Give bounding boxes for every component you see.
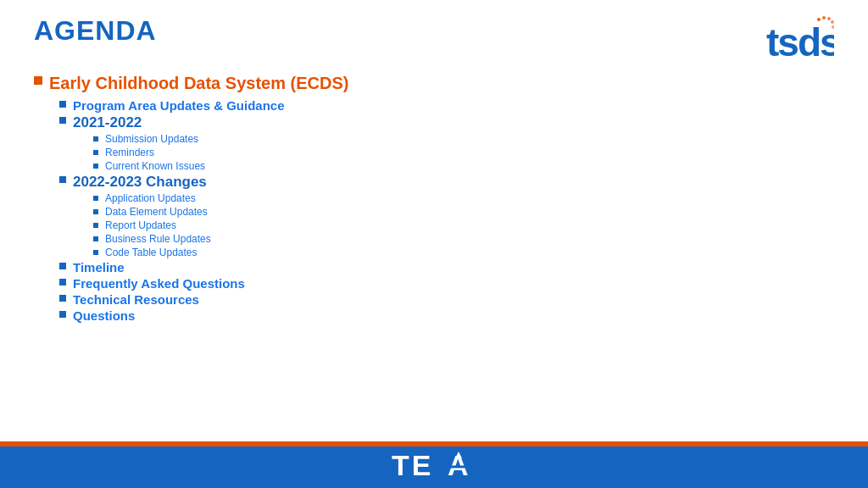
- item-label: Report Updates: [105, 219, 176, 231]
- blue-bullet: [59, 311, 66, 318]
- list-item-known-issues: Current Known Issues: [93, 160, 834, 172]
- item-label: Timeline: [73, 260, 125, 274]
- tsds-logo: tsds: [766, 15, 834, 65]
- list-item-submission-updates: Submission Updates: [93, 133, 834, 145]
- orange-bullet: [34, 76, 42, 85]
- small-blue-bullet: [93, 250, 98, 255]
- small-blue-bullet: [93, 164, 98, 169]
- svg-text:TE: TE: [392, 450, 433, 480]
- small-blue-bullet: [93, 196, 98, 201]
- main-agenda-item: Early Childhood Data System (ECDS): [34, 74, 834, 93]
- item-label: Code Table Updates: [105, 247, 198, 258]
- small-blue-bullet: [93, 223, 98, 228]
- item-label: Program Area Updates & Guidance: [73, 98, 285, 113]
- list-item-2022-2023: 2022-2023 Changes: [59, 174, 834, 191]
- list-item-code-table: Code Table Updates: [93, 247, 834, 258]
- small-blue-bullet: [93, 209, 98, 214]
- agenda-list: Early Childhood Data System (ECDS) Progr…: [34, 74, 834, 323]
- list-item-technical-resources: Technical Resources: [59, 292, 834, 307]
- item-label: Submission Updates: [105, 133, 198, 145]
- list-item-timeline: Timeline: [59, 260, 834, 274]
- blue-bullet: [59, 279, 66, 286]
- main-content: AGENDA tsds Early Childhood: [0, 0, 868, 441]
- blue-bullet: [59, 295, 66, 302]
- list-item-application-updates: Application Updates: [93, 192, 834, 204]
- blue-bullet: [59, 117, 66, 124]
- list-item-reminders: Reminders: [93, 147, 834, 158]
- footer-blue-bar: TE A: [0, 446, 868, 488]
- item-label: 2022-2023 Changes: [73, 174, 207, 191]
- item-label: Frequently Asked Questions: [73, 276, 245, 291]
- header-bar: AGENDA tsds: [34, 15, 834, 65]
- tea-logo-svg: TE A: [392, 450, 476, 480]
- list-item-report-updates: Report Updates: [93, 219, 834, 231]
- item-label: Questions: [73, 308, 135, 323]
- item-label: Reminders: [105, 147, 154, 158]
- small-blue-bullet: [93, 236, 98, 241]
- svg-text:tsds: tsds: [766, 20, 834, 62]
- list-item-questions: Questions: [59, 308, 834, 323]
- item-label: Current Known Issues: [105, 160, 205, 172]
- item-label: Technical Resources: [73, 292, 199, 307]
- item-label: Application Updates: [105, 192, 196, 204]
- blue-bullet: [59, 263, 66, 269]
- tsds-logo-svg: tsds: [766, 15, 834, 62]
- main-item-label: Early Childhood Data System (ECDS): [49, 74, 348, 93]
- list-item-program-updates: Program Area Updates & Guidance: [59, 98, 834, 113]
- list-item-faq: Frequently Asked Questions: [59, 276, 834, 291]
- tea-logo: TE A: [392, 450, 476, 485]
- blue-bullet: [59, 176, 66, 183]
- list-item-2021-2022: 2021-2022: [59, 114, 834, 131]
- item-label: 2021-2022: [73, 114, 142, 131]
- page-title: AGENDA: [34, 15, 157, 47]
- list-item-data-element: Data Element Updates: [93, 206, 834, 218]
- item-label: Business Rule Updates: [105, 233, 211, 245]
- svg-point-1: [822, 16, 826, 19]
- small-blue-bullet: [93, 136, 98, 141]
- footer: TE A: [0, 441, 868, 488]
- slide: AGENDA tsds Early Childhood: [0, 0, 868, 488]
- blue-bullet: [59, 101, 66, 108]
- item-label: Data Element Updates: [105, 206, 208, 218]
- list-item-business-rule: Business Rule Updates: [93, 233, 834, 245]
- small-blue-bullet: [93, 150, 98, 155]
